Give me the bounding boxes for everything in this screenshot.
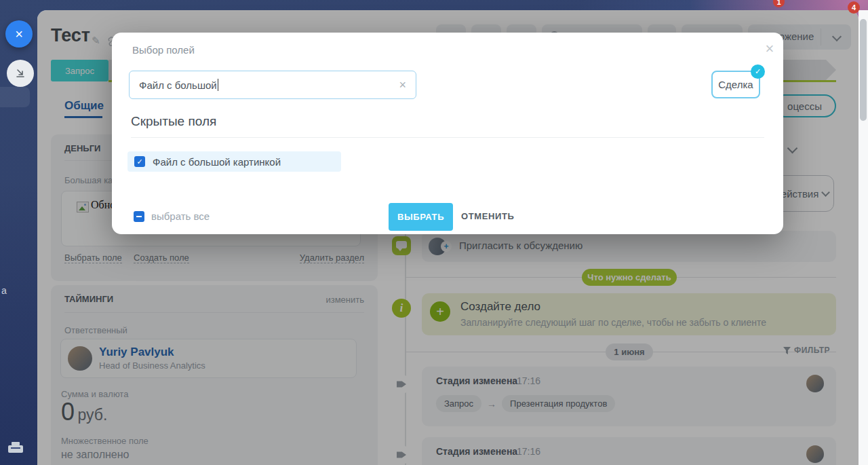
printer-icon[interactable] xyxy=(8,445,23,453)
modal-title: Выбор полей xyxy=(132,44,195,56)
select-all-label: выбрать все xyxy=(151,210,210,222)
select-button[interactable]: ВЫБРАТЬ xyxy=(389,203,453,231)
field-picker-modal: Выбор полей × Файл с большой × Сделка ✓ … xyxy=(112,33,783,234)
background-menu-item xyxy=(0,87,30,107)
field-search-input[interactable]: Файл с большой × xyxy=(129,71,416,99)
checkbox-checked-icon[interactable]: ✓ xyxy=(134,156,145,167)
close-icon[interactable]: × xyxy=(762,41,778,57)
field-checkbox-row[interactable]: ✓ Файл с большой картинкой xyxy=(127,151,341,172)
checkbox-indeterminate-icon[interactable] xyxy=(134,211,144,222)
divider xyxy=(131,137,764,138)
clear-search-icon[interactable]: × xyxy=(399,78,406,92)
field-search-value: Файл с большой xyxy=(139,79,217,91)
entity-check-badge: ✓ xyxy=(751,64,765,79)
background-text-fragment: a xyxy=(1,285,7,296)
text-caret xyxy=(218,79,218,91)
scrollbar-thumb[interactable] xyxy=(860,19,867,121)
expand-corner-icon xyxy=(15,68,26,79)
collapse-slider-button[interactable] xyxy=(7,60,34,87)
hidden-fields-heading: Скрытые поля xyxy=(131,114,216,129)
close-slider-button[interactable]: × xyxy=(5,20,33,48)
select-all-row[interactable]: выбрать все xyxy=(134,210,210,222)
cancel-button[interactable]: ОТМЕНИТЬ xyxy=(461,211,514,221)
notification-badge: 4 xyxy=(848,1,860,14)
field-checkbox-label: Файл с большой картинкой xyxy=(153,156,281,168)
scrollbar-track[interactable] xyxy=(859,10,868,465)
